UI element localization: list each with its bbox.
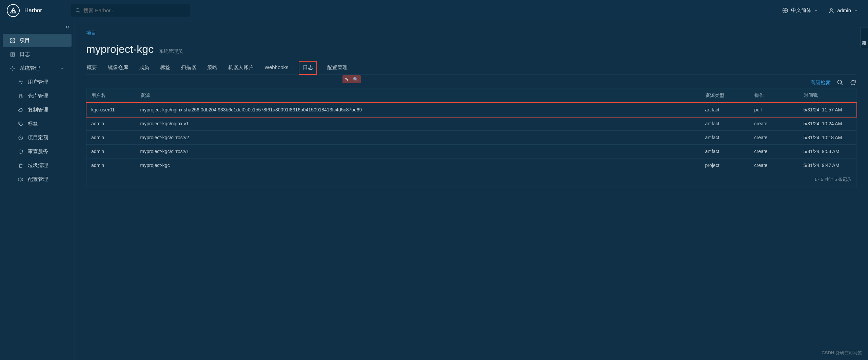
sidebar-item-label: 审查服务 [28,148,48,155]
search-input[interactable] [83,7,186,13]
cell-user: admin [86,158,136,172]
brand-name: Harbor [24,7,42,14]
search-icon[interactable]: 🔍 [353,77,358,82]
cell-timestamp: 5/31/24, 10:18 AM [799,131,856,145]
recent-events-panel-toggle[interactable]: 近期事件 [861,27,868,48]
advanced-search-link[interactable]: 高级检索 [810,80,831,86]
sidebar-item-label: 标签 [28,121,38,127]
search-button[interactable] [837,79,844,86]
users-icon [18,80,24,85]
tab-repositories[interactable]: 镜像仓库 [107,61,129,74]
projects-icon [9,38,16,43]
harbor-logo-icon [7,4,20,17]
sidebar-item-registries[interactable]: 仓库管理 [3,89,72,103]
svg-point-13 [19,81,21,82]
sidebar-item-label: 配置管理 [28,176,48,183]
svg-line-19 [841,84,843,85]
cell-operation: create [750,145,799,158]
sidebar-item-projects[interactable]: 项目 [3,34,72,47]
col-user[interactable]: 用户名 [86,88,136,103]
project-role: 系统管理员 [159,48,183,55]
table-row[interactable]: kgc-user01myproject-kgc/nginx:sha256:0db… [86,103,856,117]
tab-logs[interactable]: 日志 [299,61,317,75]
col-resource[interactable]: 资源 [136,88,701,103]
tab-policy[interactable]: 策略 [206,61,218,74]
sidebar-collapse-button[interactable] [65,24,70,30]
sidebar-item-label: 日志 [20,51,30,58]
project-tabs: 概要 镜像仓库 成员 标签 扫描器 策略 机器人账户 Webhooks 日志 配… [86,61,856,75]
brand-section: Harbor [0,4,64,17]
user-menu[interactable]: admin [828,7,858,14]
cell-resource: myproject-kgc/cirros:v2 [136,131,701,145]
annotation-toolbar[interactable]: ✎ 🔍 [342,75,361,83]
chevron-down-icon [60,66,65,71]
tab-webhooks[interactable]: Webhooks [264,61,289,74]
search-icon [75,8,81,13]
sidebar-item-configuration[interactable]: 配置管理 [3,173,72,186]
chevron-down-icon [814,8,818,13]
user-icon [828,7,834,14]
sidebar-item-administration[interactable]: 系统管理 [3,62,72,75]
cell-resource_type: artifact [701,145,750,158]
sidebar-item-gc[interactable]: 垃圾清理 [3,159,72,172]
logs-icon [9,52,16,57]
main-content: 项目 myproject-kgc 系统管理员 概要 镜像仓库 成员 标签 扫描器… [75,21,868,360]
svg-point-12 [12,68,13,69]
col-operation[interactable]: 操作 [750,88,799,103]
cell-resource: myproject-kgc/nginx:sha256:0db204f933b6d… [136,103,701,117]
cell-resource_type: project [701,158,750,172]
quota-icon [18,135,24,141]
svg-point-3 [830,8,832,10]
cell-timestamp: 5/31/24, 10:24 AM [799,117,856,131]
cell-user: admin [86,131,136,145]
sidebar-item-quotas[interactable]: 项目定额 [3,131,72,144]
cell-timestamp: 5/31/24, 11:57 AM [799,103,856,117]
sidebar-item-users[interactable]: 用户管理 [3,76,72,89]
svg-point-18 [838,80,842,84]
cell-timestamp: 5/31/24, 9:53 AM [799,145,856,158]
cell-resource: myproject-kgc/cirros:v1 [136,145,701,158]
svg-point-0 [76,8,79,12]
tab-labels[interactable]: 标签 [159,61,171,74]
tab-robot-accounts[interactable]: 机器人账户 [228,61,254,74]
cell-user: kgc-user01 [86,103,136,117]
cell-user: admin [86,117,136,131]
tab-configuration[interactable]: 配置管理 [327,61,348,74]
chevron-down-icon [854,8,858,13]
shield-icon [18,149,24,154]
cloud-icon [18,107,24,113]
log-toolbar: 高级检索 [86,79,856,86]
tag-icon [18,121,24,127]
tab-scanner[interactable]: 扫描器 [180,61,197,74]
global-search[interactable] [71,4,190,17]
table-row[interactable]: adminmyproject-kgc/cirros:v1artifactcrea… [86,145,856,158]
table-row[interactable]: adminmyproject-kgc/cirros:v2artifactcrea… [86,131,856,145]
sidebar-item-labels[interactable]: 标签 [3,117,72,130]
language-switcher[interactable]: 中文简体 [782,7,818,14]
header: Harbor 中文简体 admin [0,0,868,21]
sidebar-item-replication[interactable]: 复制管理 [3,103,72,117]
header-right: 中文简体 admin [782,7,868,14]
trash-icon [18,163,24,168]
cell-resource: myproject-kgc/nginx:v1 [136,117,701,131]
edit-icon[interactable]: ✎ [345,77,349,82]
table-footer: 1 - 5 共计 5 条记录 [86,172,856,187]
tab-summary[interactable]: 概要 [86,61,98,74]
breadcrumb[interactable]: 项目 [86,30,856,36]
col-timestamp[interactable]: 时间戳 [799,88,856,103]
col-resource-type[interactable]: 资源类型 [701,88,750,103]
tab-members[interactable]: 成员 [138,61,150,74]
project-name: myproject-kgc [86,43,154,56]
table-row[interactable]: adminmyproject-kgcprojectcreate5/31/24, … [86,158,856,172]
cell-operation: create [750,131,799,145]
sidebar-item-label: 仓库管理 [28,93,48,99]
svg-rect-5 [13,39,15,40]
sidebar-item-label: 复制管理 [28,107,48,113]
cell-resource_type: artifact [701,131,750,145]
table-row[interactable]: adminmyproject-kgc/nginx:v1artifactcreat… [86,117,856,131]
cell-operation: create [750,117,799,131]
gear-icon [18,177,24,182]
sidebar-item-interrogation[interactable]: 审查服务 [3,145,72,158]
refresh-button[interactable] [850,79,856,86]
sidebar-item-logs[interactable]: 日志 [3,48,72,61]
